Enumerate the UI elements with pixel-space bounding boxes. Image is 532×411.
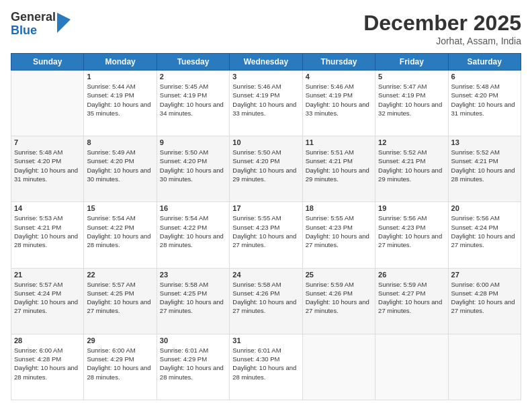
sunset-text: Sunset: 4:19 PM bbox=[378, 91, 445, 99]
sunrise-text: Sunrise: 5:46 AM bbox=[232, 82, 299, 91]
daylight-text: Daylight: 10 hours and 27 minutes. bbox=[451, 298, 518, 316]
sunset-text: Sunset: 4:29 PM bbox=[160, 355, 226, 363]
sunset-text: Sunset: 4:26 PM bbox=[306, 289, 372, 298]
cell-content: Sunrise: 5:53 AMSunset: 4:21 PMDaylight:… bbox=[14, 214, 81, 249]
sunrise-text: Sunrise: 5:50 AM bbox=[160, 148, 226, 156]
sunrise-text: Sunrise: 5:52 AM bbox=[378, 148, 445, 156]
calendar-week-row: 28Sunrise: 6:00 AMSunset: 4:28 PMDayligh… bbox=[11, 334, 521, 400]
svg-marker-0 bbox=[57, 13, 71, 33]
calendar-cell: 16Sunrise: 5:54 AMSunset: 4:22 PMDayligh… bbox=[157, 202, 229, 268]
sunrise-text: Sunrise: 5:54 AM bbox=[160, 214, 226, 222]
day-number: 16 bbox=[160, 204, 226, 212]
sunrise-text: Sunrise: 5:51 AM bbox=[306, 148, 372, 156]
sunset-text: Sunset: 4:21 PM bbox=[14, 223, 81, 232]
sunset-text: Sunset: 4:25 PM bbox=[87, 289, 153, 298]
cell-content: Sunrise: 5:56 AMSunset: 4:24 PMDaylight:… bbox=[451, 214, 518, 249]
daylight-text: Daylight: 10 hours and 28 minutes. bbox=[14, 363, 81, 381]
daylight-text: Daylight: 10 hours and 28 minutes. bbox=[160, 232, 226, 250]
day-header-friday: Friday bbox=[375, 54, 448, 71]
sunrise-text: Sunrise: 5:52 AM bbox=[451, 148, 518, 156]
sunrise-text: Sunrise: 5:59 AM bbox=[306, 280, 372, 289]
sunrise-text: Sunrise: 5:47 AM bbox=[378, 82, 445, 91]
cell-content: Sunrise: 5:59 AMSunset: 4:26 PMDaylight:… bbox=[306, 280, 372, 316]
daylight-text: Daylight: 10 hours and 27 minutes. bbox=[451, 232, 518, 250]
day-number: 17 bbox=[232, 204, 299, 212]
calendar-cell bbox=[448, 334, 521, 400]
sunset-text: Sunset: 4:24 PM bbox=[14, 289, 81, 298]
logo-icon bbox=[57, 13, 71, 33]
calendar-cell: 20Sunrise: 5:56 AMSunset: 4:24 PMDayligh… bbox=[448, 202, 521, 268]
daylight-text: Daylight: 10 hours and 28 minutes. bbox=[160, 363, 226, 381]
calendar-cell: 24Sunrise: 5:58 AMSunset: 4:26 PMDayligh… bbox=[230, 268, 302, 334]
calendar-cell: 28Sunrise: 6:00 AMSunset: 4:28 PMDayligh… bbox=[11, 334, 84, 400]
calendar-cell: 7Sunrise: 5:48 AMSunset: 4:20 PMDaylight… bbox=[11, 136, 84, 202]
calendar-cell: 26Sunrise: 5:59 AMSunset: 4:27 PMDayligh… bbox=[375, 268, 448, 334]
day-number: 29 bbox=[87, 336, 153, 345]
calendar-cell: 5Sunrise: 5:47 AMSunset: 4:19 PMDaylight… bbox=[375, 71, 448, 136]
sunrise-text: Sunrise: 6:00 AM bbox=[14, 346, 81, 355]
daylight-text: Daylight: 10 hours and 27 minutes. bbox=[14, 298, 81, 316]
day-number: 21 bbox=[14, 271, 81, 279]
day-number: 19 bbox=[378, 204, 445, 212]
day-number: 11 bbox=[306, 138, 372, 146]
calendar-table: SundayMondayTuesdayWednesdayThursdayFrid… bbox=[11, 53, 521, 400]
cell-content: Sunrise: 5:45 AMSunset: 4:19 PMDaylight:… bbox=[160, 82, 226, 118]
cell-content: Sunrise: 5:49 AMSunset: 4:20 PMDaylight:… bbox=[87, 148, 153, 183]
cell-content: Sunrise: 5:46 AMSunset: 4:19 PMDaylight:… bbox=[232, 82, 299, 118]
sunset-text: Sunset: 4:19 PM bbox=[87, 91, 153, 99]
cell-content: Sunrise: 6:00 AMSunset: 4:28 PMDaylight:… bbox=[14, 346, 81, 381]
calendar-cell: 14Sunrise: 5:53 AMSunset: 4:21 PMDayligh… bbox=[11, 202, 84, 268]
day-number: 7 bbox=[14, 138, 81, 146]
calendar-cell: 25Sunrise: 5:59 AMSunset: 4:26 PMDayligh… bbox=[302, 268, 375, 334]
sunset-text: Sunset: 4:23 PM bbox=[306, 223, 372, 232]
daylight-text: Daylight: 10 hours and 27 minutes. bbox=[160, 298, 226, 316]
calendar-page: General Blue December 2025 Jorhat, Assam… bbox=[0, 0, 532, 411]
calendar-cell: 19Sunrise: 5:56 AMSunset: 4:23 PMDayligh… bbox=[375, 202, 448, 268]
cell-content: Sunrise: 5:57 AMSunset: 4:24 PMDaylight:… bbox=[14, 280, 81, 316]
calendar-cell: 12Sunrise: 5:52 AMSunset: 4:21 PMDayligh… bbox=[375, 136, 448, 202]
daylight-text: Daylight: 10 hours and 30 minutes. bbox=[160, 166, 226, 184]
day-number: 1 bbox=[87, 73, 153, 81]
month-title: December 2025 bbox=[363, 11, 521, 36]
calendar-cell: 1Sunrise: 5:44 AMSunset: 4:19 PMDaylight… bbox=[84, 71, 157, 136]
sunset-text: Sunset: 4:24 PM bbox=[451, 223, 518, 232]
cell-content: Sunrise: 6:00 AMSunset: 4:29 PMDaylight:… bbox=[87, 346, 153, 381]
day-number: 26 bbox=[378, 271, 445, 279]
calendar-cell: 2Sunrise: 5:45 AMSunset: 4:19 PMDaylight… bbox=[157, 71, 229, 136]
sunset-text: Sunset: 4:28 PM bbox=[451, 289, 518, 298]
calendar-cell: 8Sunrise: 5:49 AMSunset: 4:20 PMDaylight… bbox=[84, 136, 157, 202]
sunset-text: Sunset: 4:20 PM bbox=[232, 156, 299, 165]
sunset-text: Sunset: 4:29 PM bbox=[87, 355, 153, 363]
sunrise-text: Sunrise: 5:48 AM bbox=[14, 148, 81, 156]
day-number: 6 bbox=[451, 73, 518, 81]
sunrise-text: Sunrise: 5:49 AM bbox=[87, 148, 153, 156]
day-number: 20 bbox=[451, 204, 518, 212]
calendar-cell: 30Sunrise: 6:01 AMSunset: 4:29 PMDayligh… bbox=[157, 334, 229, 400]
logo-general: General bbox=[11, 11, 56, 24]
cell-content: Sunrise: 6:00 AMSunset: 4:28 PMDaylight:… bbox=[451, 280, 518, 316]
cell-content: Sunrise: 5:51 AMSunset: 4:21 PMDaylight:… bbox=[306, 148, 372, 183]
day-number: 31 bbox=[232, 336, 299, 345]
day-number: 30 bbox=[160, 336, 226, 345]
sunrise-text: Sunrise: 5:58 AM bbox=[232, 280, 299, 289]
sunset-text: Sunset: 4:23 PM bbox=[378, 223, 445, 232]
sunrise-text: Sunrise: 6:00 AM bbox=[451, 280, 518, 289]
cell-content: Sunrise: 5:47 AMSunset: 4:19 PMDaylight:… bbox=[378, 82, 445, 118]
cell-content: Sunrise: 5:52 AMSunset: 4:21 PMDaylight:… bbox=[378, 148, 445, 183]
calendar-week-row: 1Sunrise: 5:44 AMSunset: 4:19 PMDaylight… bbox=[11, 71, 521, 136]
daylight-text: Daylight: 10 hours and 28 minutes. bbox=[14, 232, 81, 250]
sunset-text: Sunset: 4:21 PM bbox=[306, 156, 372, 165]
cell-content: Sunrise: 5:48 AMSunset: 4:20 PMDaylight:… bbox=[14, 148, 81, 183]
sunrise-text: Sunrise: 5:57 AM bbox=[87, 280, 153, 289]
daylight-text: Daylight: 10 hours and 32 minutes. bbox=[378, 100, 445, 118]
daylight-text: Daylight: 10 hours and 27 minutes. bbox=[306, 232, 372, 250]
sunrise-text: Sunrise: 5:53 AM bbox=[14, 214, 81, 222]
sunrise-text: Sunrise: 5:59 AM bbox=[378, 280, 445, 289]
day-number: 28 bbox=[14, 336, 81, 345]
calendar-cell: 21Sunrise: 5:57 AMSunset: 4:24 PMDayligh… bbox=[11, 268, 84, 334]
sunset-text: Sunset: 4:21 PM bbox=[451, 156, 518, 165]
calendar-cell: 23Sunrise: 5:58 AMSunset: 4:25 PMDayligh… bbox=[157, 268, 229, 334]
daylight-text: Daylight: 10 hours and 31 minutes. bbox=[14, 166, 81, 184]
cell-content: Sunrise: 5:58 AMSunset: 4:26 PMDaylight:… bbox=[232, 280, 299, 316]
daylight-text: Daylight: 10 hours and 27 minutes. bbox=[306, 298, 372, 316]
